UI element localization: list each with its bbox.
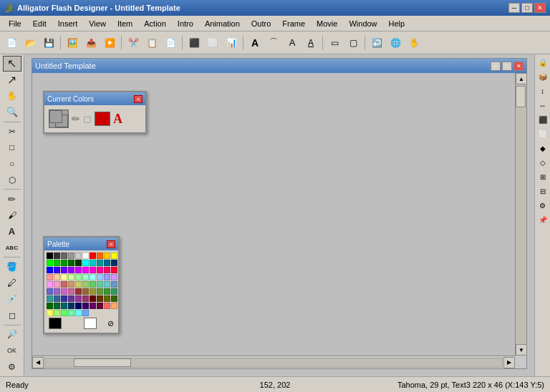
palette-color-15[interactable]: [82, 260, 89, 266]
hscroll-thumb[interactable]: [74, 358, 131, 367]
palette-color-39[interactable]: [111, 274, 117, 280]
palette-color-14[interactable]: [75, 260, 82, 266]
rt-box[interactable]: 📦: [536, 70, 549, 83]
tb-copy[interactable]: 📋: [143, 34, 160, 52]
palette-color-26[interactable]: [90, 267, 96, 273]
palette-color-19[interactable]: [111, 260, 117, 266]
menu-movie[interactable]: Movie: [311, 16, 343, 31]
rt-lock[interactable]: 🔒: [536, 56, 549, 69]
palette-color-32[interactable]: [61, 274, 67, 280]
tb-browser[interactable]: 🌐: [387, 34, 404, 52]
palette-color-40[interactable]: [47, 281, 53, 288]
palette-color-71[interactable]: [54, 303, 60, 309]
scroll-thumb[interactable]: [516, 86, 526, 107]
palette-color-85[interactable]: [82, 310, 89, 316]
palette-color-49[interactable]: [111, 281, 117, 288]
rt-shape2[interactable]: ◇: [536, 156, 549, 169]
palette-color-57[interactable]: [97, 288, 103, 295]
rt-shape1[interactable]: ◆: [536, 142, 549, 155]
menu-outro[interactable]: Outro: [246, 16, 277, 31]
tb-preview[interactable]: ▶️: [101, 34, 118, 52]
tool-zoom[interactable]: 🔍: [3, 104, 21, 120]
tool-eyedropper[interactable]: 💉: [3, 292, 21, 308]
tb-text2[interactable]: A: [284, 34, 301, 52]
palette-color-23[interactable]: [68, 267, 74, 273]
text-fill-swatch[interactable]: [95, 112, 110, 126]
palette-color-41[interactable]: [54, 281, 60, 288]
palette-color-6[interactable]: [90, 253, 96, 259]
tool-hand[interactable]: ✋: [3, 88, 21, 104]
palette-color-72[interactable]: [61, 303, 67, 309]
menu-view[interactable]: View: [83, 16, 112, 31]
palette-color-48[interactable]: [104, 281, 110, 288]
tb-align[interactable]: ⬛: [185, 34, 203, 52]
palette-color-43[interactable]: [68, 281, 74, 288]
tb-new[interactable]: 📄: [3, 34, 20, 52]
palette-color-45[interactable]: [82, 281, 89, 288]
palette-color-82[interactable]: [61, 310, 67, 316]
palette-color-2[interactable]: [61, 253, 67, 259]
palette-color-80[interactable]: [47, 310, 53, 316]
palette-color-73[interactable]: [68, 303, 74, 309]
menu-animation[interactable]: Animation: [199, 16, 246, 31]
palette-color-8[interactable]: [104, 253, 110, 259]
tb-import[interactable]: 🖼️: [64, 34, 81, 52]
palette-color-30[interactable]: [47, 274, 53, 280]
palette-color-3[interactable]: [68, 253, 74, 259]
rt-grid2[interactable]: ⊟: [536, 185, 549, 197]
minimize-button[interactable]: ─: [508, 3, 520, 13]
palette-color-36[interactable]: [90, 274, 96, 280]
menu-intro[interactable]: Intro: [172, 16, 199, 31]
palette-color-50[interactable]: [47, 288, 53, 295]
tool-fill[interactable]: 🪣: [3, 259, 21, 275]
palette-color-51[interactable]: [54, 288, 60, 295]
rt-flipv[interactable]: ↕: [536, 84, 549, 97]
tool-ellipse[interactable]: ○: [3, 156, 21, 172]
palette-color-22[interactable]: [61, 267, 67, 273]
rt-fill1[interactable]: ⬛: [536, 113, 549, 126]
palette-color-84[interactable]: [75, 310, 82, 316]
palette-close-button[interactable]: ×: [107, 240, 115, 248]
tb-textformat[interactable]: A: [302, 34, 319, 52]
menu-edit[interactable]: Edit: [27, 16, 52, 31]
rt-settings[interactable]: ⚙: [536, 199, 549, 212]
palette-color-28[interactable]: [104, 267, 110, 273]
palette-color-52[interactable]: [61, 288, 67, 295]
palette-color-62[interactable]: [61, 295, 67, 302]
palette-color-5[interactable]: [82, 253, 89, 259]
palette-color-54[interactable]: [75, 288, 82, 295]
menu-file[interactable]: File: [3, 16, 27, 31]
fill-color-swatch[interactable]: [49, 109, 69, 128]
palette-color-34[interactable]: [75, 274, 82, 280]
doc-maximize[interactable]: □: [502, 62, 512, 71]
palette-color-38[interactable]: [104, 274, 110, 280]
palette-color-16[interactable]: [90, 260, 96, 266]
palette-color-55[interactable]: [82, 288, 89, 295]
palette-color-46[interactable]: [90, 281, 96, 288]
scroll-up-arrow[interactable]: ▲: [516, 73, 527, 84]
menu-frame[interactable]: Frame: [276, 16, 311, 31]
palette-color-60[interactable]: [47, 295, 53, 302]
palette-color-64[interactable]: [75, 295, 82, 302]
palette-fg-swatch[interactable]: [84, 318, 97, 329]
palette-color-65[interactable]: [82, 295, 89, 302]
tool-settings[interactable]: ⚙: [3, 359, 21, 375]
palette-color-24[interactable]: [75, 267, 82, 273]
palette-color-66[interactable]: [90, 295, 96, 302]
palette-color-9[interactable]: [111, 253, 117, 259]
palette-color-70[interactable]: [47, 303, 53, 309]
palette-color-7[interactable]: [97, 253, 103, 259]
tool-ink[interactable]: 🖊: [3, 275, 21, 291]
palette-color-63[interactable]: [68, 295, 74, 302]
tool-ok[interactable]: OK: [3, 343, 21, 359]
tool-rect[interactable]: □: [3, 139, 21, 155]
palette-color-75[interactable]: [82, 303, 89, 309]
tb-cut[interactable]: ✂️: [125, 34, 142, 52]
palette-color-17[interactable]: [97, 260, 103, 266]
tool-brush[interactable]: 🖌: [3, 207, 21, 223]
palette-color-12[interactable]: [61, 260, 67, 266]
palette-color-10[interactable]: [47, 260, 53, 266]
tool-magnify[interactable]: 🔎: [3, 327, 21, 343]
menu-window[interactable]: Window: [343, 16, 382, 31]
tool-eraser[interactable]: ◻: [3, 308, 21, 323]
